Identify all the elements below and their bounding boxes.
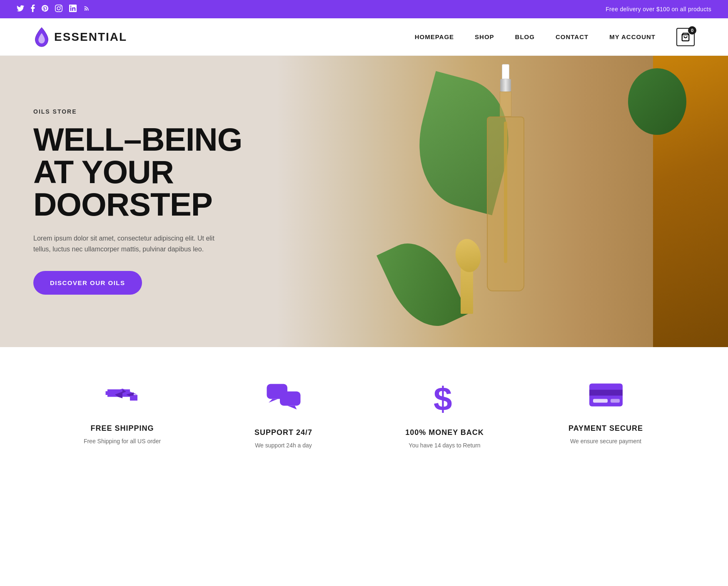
- delivery-message: Free delivery over $100 on all products: [606, 6, 711, 12]
- header: ESSENTIAL HOMEPAGE SHOP BLOG CONTACT MY …: [0, 18, 728, 56]
- bottle-body: [487, 117, 524, 291]
- twitter-icon[interactable]: [17, 5, 24, 13]
- bottle-neck: [500, 92, 511, 117]
- feature-payment-desc: We ensure secure payment: [570, 437, 641, 446]
- facebook-icon[interactable]: [31, 5, 35, 14]
- feature-money-back-desc: You have 14 days to Return: [409, 441, 480, 450]
- pinterest-icon[interactable]: [42, 5, 48, 14]
- nav-blog[interactable]: BLOG: [515, 33, 535, 40]
- feature-payment: PAYMENT SECURE We ensure secure payment: [525, 380, 686, 446]
- feature-support-desc: We support 24h a day: [255, 441, 312, 450]
- feature-shipping-title: FREE SHIPPING: [90, 424, 154, 433]
- feature-shipping-desc: Free Shipping for all US order: [84, 437, 161, 446]
- payment-icon: [587, 380, 625, 414]
- logo-icon: [33, 27, 50, 47]
- nav-contact[interactable]: CONTACT: [556, 33, 588, 40]
- hero-section: OILS STORE WELL–BEING AT YOUR DOORSTEP L…: [0, 56, 728, 347]
- svg-rect-7: [589, 390, 623, 396]
- svg-text:$: $: [434, 380, 452, 414]
- hero-subtitle: OILS STORE: [33, 108, 267, 115]
- bottle-collar: [500, 79, 511, 92]
- svg-rect-8: [593, 399, 608, 403]
- hero-title: WELL–BEING AT YOUR DOORSTEP: [33, 123, 267, 221]
- logo-text: ESSENTIAL: [54, 30, 127, 44]
- nav-homepage[interactable]: HOMEPAGE: [415, 33, 454, 40]
- support-icon: [265, 380, 302, 418]
- svg-rect-3: [280, 392, 301, 406]
- nav-shop[interactable]: SHOP: [475, 33, 494, 40]
- linkedin-icon[interactable]: [69, 5, 77, 14]
- instagram-icon[interactable]: [55, 5, 62, 14]
- feature-money-back: $ 100% MONEY BACK You have 14 days to Re…: [364, 380, 525, 450]
- feature-shipping: FREE SHIPPING Free Shipping for all US o…: [42, 380, 203, 446]
- svg-marker-2: [269, 399, 278, 403]
- nav-my-account[interactable]: MY ACCOUNT: [609, 33, 656, 40]
- cart-button[interactable]: 0: [676, 28, 695, 46]
- spoon-herbs: [628, 68, 686, 135]
- shipping-icon: [104, 380, 141, 414]
- svg-marker-4: [287, 406, 297, 410]
- dropper-bottle: [487, 64, 524, 291]
- rss-icon[interactable]: [83, 5, 90, 13]
- feature-support-title: SUPPORT 24/7: [254, 428, 312, 437]
- dropper-tube: [504, 122, 507, 263]
- money-back-icon: $: [430, 380, 459, 418]
- hero-content: OILS STORE WELL–BEING AT YOUR DOORSTEP L…: [33, 108, 267, 295]
- main-nav: HOMEPAGE SHOP BLOG CONTACT MY ACCOUNT 0: [415, 28, 695, 46]
- logo[interactable]: ESSENTIAL: [33, 27, 127, 47]
- feature-payment-title: PAYMENT SECURE: [568, 424, 643, 433]
- feature-money-back-title: 100% MONEY BACK: [405, 428, 484, 437]
- cart-count: 0: [688, 26, 696, 35]
- feature-support: SUPPORT 24/7 We support 24h a day: [203, 380, 364, 450]
- features-section: FREE SHIPPING Free Shipping for all US o…: [0, 347, 728, 475]
- bottle-cap: [502, 64, 509, 79]
- social-icons: [17, 5, 90, 14]
- svg-rect-9: [611, 399, 620, 403]
- cta-button[interactable]: DISCOVER OUR OILS: [33, 271, 142, 295]
- top-bar: Free delivery over $100 on all products: [0, 0, 728, 18]
- hero-description: Lorem ipsum dolor sit amet, consectetur …: [33, 233, 233, 254]
